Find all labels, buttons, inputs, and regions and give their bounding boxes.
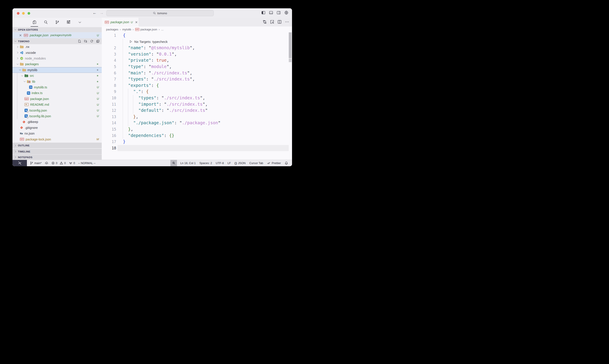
navigate-forward-button[interactable]: → bbox=[100, 10, 104, 15]
chevron-right-icon[interactable] bbox=[16, 46, 19, 48]
tree-item-vscode[interactable]: .vscode bbox=[13, 50, 102, 55]
activity-search[interactable] bbox=[43, 19, 49, 26]
compare-changes-icon[interactable] bbox=[263, 20, 267, 24]
breadcrumb-item[interactable]: packages bbox=[106, 28, 118, 31]
braces-icon: { } bbox=[234, 162, 237, 165]
code-lens-nx-targets[interactable]: Nx Targets: typecheck bbox=[130, 39, 168, 45]
tree-item-mytslib-ts[interactable]: TSmytslib.tsU bbox=[13, 84, 102, 90]
tree-item-readme-md[interactable]: M↓README.mdU bbox=[13, 102, 102, 107]
open-editors-section-header[interactable]: OPEN EDITORS bbox=[13, 27, 102, 32]
code-line-5[interactable]: 5"type": "module", bbox=[102, 64, 292, 70]
status-language-mode[interactable]: { }JSON bbox=[234, 161, 246, 165]
new-file-icon[interactable] bbox=[78, 39, 81, 43]
tree-item-tsconfig-json[interactable]: TStsconfig.jsonU bbox=[13, 107, 102, 113]
tree-item-mytslib[interactable]: mytslib bbox=[13, 67, 102, 73]
tab-package-json[interactable]: npm package.json U bbox=[102, 18, 139, 26]
layout-sidebar-left-icon[interactable] bbox=[261, 11, 266, 15]
activity-source-control[interactable] bbox=[54, 19, 60, 26]
open-preview-icon[interactable] bbox=[270, 20, 274, 24]
status-notifications[interactable] bbox=[285, 161, 288, 165]
status-zoom-indicator[interactable] bbox=[170, 160, 177, 166]
code-line-14[interactable]: 14"./package.json": "./package.json" bbox=[102, 120, 292, 126]
chevron-down-icon[interactable] bbox=[16, 63, 19, 65]
status-cursor-position[interactable]: Ln 18, Col 1 bbox=[180, 161, 195, 165]
layout-sidebar-right-icon[interactable] bbox=[276, 11, 281, 15]
status-branch-status[interactable]: main* bbox=[30, 161, 41, 165]
code-text: "default": "./src/index.ts" bbox=[138, 107, 207, 114]
tree-item-gitkeep[interactable]: .gitkeep bbox=[13, 119, 102, 125]
code-line-7[interactable]: 7"types": "./src/index.ts", bbox=[102, 76, 292, 82]
code-line-1[interactable]: 1{ bbox=[102, 32, 292, 39]
code-line-17[interactable]: 17} bbox=[102, 139, 292, 145]
more-actions-icon[interactable] bbox=[285, 20, 289, 24]
code-line-4[interactable]: 4"private": true, bbox=[102, 57, 292, 64]
open-editor-path: packages/mytslib bbox=[50, 34, 71, 37]
tree-item-lib[interactable]: lib bbox=[13, 78, 102, 84]
tree-item-src[interactable]: ⟨⟩src bbox=[13, 73, 102, 78]
command-center-search[interactable]: tsmono bbox=[106, 10, 214, 16]
refresh-icon[interactable] bbox=[90, 39, 93, 43]
tree-item-index-ts[interactable]: TSindex.tsU bbox=[13, 90, 102, 96]
status-sync-status[interactable] bbox=[45, 161, 48, 165]
code-editor[interactable]: 1{2"name": "@tsmono/mytslib",3"version":… bbox=[102, 32, 292, 160]
explorer-section-header[interactable]: TSMONO bbox=[13, 38, 102, 44]
chevron-down-icon[interactable] bbox=[19, 69, 22, 71]
tree-item-nx-json[interactable]: Nxnx.json bbox=[13, 130, 102, 136]
settings-gear-icon[interactable] bbox=[284, 11, 288, 15]
open-editor-item[interactable]: npm package.json packages/mytslib U bbox=[13, 32, 102, 38]
tree-item-packages[interactable]: packages bbox=[13, 61, 102, 67]
code-line-2[interactable]: 2"name": "@tsmono/mytslib", bbox=[102, 45, 292, 51]
close-editor-icon[interactable] bbox=[19, 34, 22, 37]
new-folder-icon[interactable] bbox=[84, 39, 87, 43]
navigate-back-button[interactable]: ← bbox=[92, 10, 97, 15]
status-eol[interactable]: LF bbox=[228, 161, 231, 165]
activity-extensions[interactable] bbox=[66, 19, 71, 26]
code-line-15[interactable]: 15}, bbox=[102, 126, 292, 132]
chevron-right-icon[interactable] bbox=[16, 57, 19, 60]
split-editor-icon[interactable] bbox=[278, 20, 282, 24]
status-remote-indicator[interactable] bbox=[13, 160, 27, 166]
code-line-8[interactable]: 8"exports": { bbox=[102, 82, 292, 89]
activity-more-views[interactable] bbox=[77, 19, 83, 26]
status-text: Ln 18, Col 1 bbox=[180, 161, 195, 165]
tree-item-label: mytslib.ts bbox=[34, 86, 47, 89]
status-encoding[interactable]: UTF-8 bbox=[216, 161, 224, 165]
minimize-window-button[interactable] bbox=[22, 12, 25, 15]
code-line-18[interactable]: 18 bbox=[102, 145, 292, 151]
code-line-13[interactable]: 13}, bbox=[102, 114, 292, 120]
tree-item-package-lock-json[interactable]: npmpackage-lock.jsonM bbox=[13, 136, 102, 142]
chevron-down-icon[interactable] bbox=[23, 80, 26, 83]
status-cursor-tab[interactable]: Cursor Tab bbox=[249, 161, 263, 165]
tree-item-package-json[interactable]: npmpackage.jsonU bbox=[13, 96, 102, 102]
status-problems[interactable]: 00 bbox=[52, 161, 66, 165]
breadcrumb-item[interactable]: ... bbox=[161, 28, 164, 31]
breadcrumb-item[interactable]: mytslib bbox=[122, 28, 131, 31]
line-number: 7 bbox=[102, 76, 116, 82]
tree-item-node-modules[interactable]: JSnode_modules bbox=[13, 56, 102, 61]
code-line-6[interactable]: 6"main": "./src/index.ts", bbox=[102, 70, 292, 76]
code-line-16[interactable]: 16"dependencies": {} bbox=[102, 132, 292, 139]
section-header-outline[interactable]: OUTLINE bbox=[13, 143, 102, 148]
code-line-3[interactable]: 3"version": "0.0.1", bbox=[102, 51, 292, 58]
chevron-right-icon[interactable] bbox=[16, 52, 19, 54]
code-line-10[interactable]: 10"types": "./src/index.ts", bbox=[102, 95, 292, 101]
code-line-9[interactable]: 9".": { bbox=[102, 89, 292, 95]
status-formatter[interactable]: Prettier bbox=[267, 161, 281, 165]
status-vim-mode[interactable]: -- NORMAL -- bbox=[78, 161, 96, 165]
activity-explorer[interactable] bbox=[31, 19, 37, 26]
chevron-down-icon[interactable] bbox=[21, 75, 24, 77]
code-line-11[interactable]: 11"import": "./src/index.ts", bbox=[102, 101, 292, 108]
code-line-12[interactable]: 12"default": "./src/index.ts" bbox=[102, 107, 292, 114]
zoom-window-button[interactable] bbox=[27, 12, 30, 15]
status-indentation[interactable]: Spaces: 2 bbox=[199, 161, 212, 165]
tree-item-tsconfig-lib-json[interactable]: TStsconfig.lib.jsonU bbox=[13, 113, 102, 119]
breadcrumb-item[interactable]: npmpackage.json bbox=[135, 28, 157, 31]
tree-item-nx[interactable]: .nx bbox=[13, 44, 102, 50]
layout-panel-bottom-icon[interactable] bbox=[269, 11, 273, 15]
close-tab-icon[interactable] bbox=[135, 21, 138, 24]
collapse-all-icon[interactable] bbox=[96, 39, 100, 43]
tree-item-gitignore[interactable]: .gitignore bbox=[13, 125, 102, 130]
status-ports[interactable]: 0 bbox=[69, 161, 75, 165]
section-header-timeline[interactable]: TIMELINE bbox=[13, 149, 102, 155]
close-window-button[interactable] bbox=[17, 12, 19, 15]
